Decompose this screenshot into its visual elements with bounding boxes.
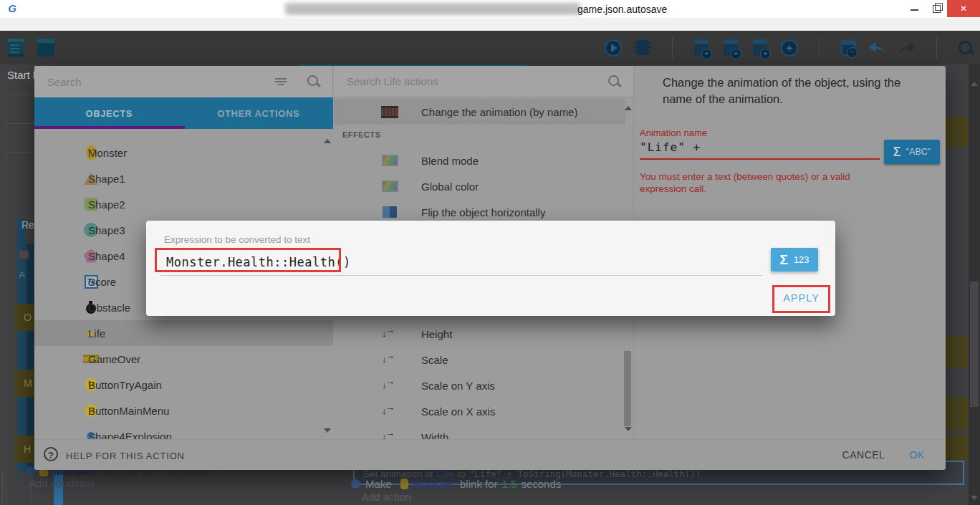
restore-icon[interactable] xyxy=(926,0,947,17)
object-list-item[interactable]: Shape2 xyxy=(34,191,333,217)
action-name: Global color xyxy=(421,181,479,193)
action-name: Scale on X axis xyxy=(421,405,495,418)
object-name: Shape3 xyxy=(88,224,125,236)
actions-search-input[interactable] xyxy=(334,75,607,87)
object-list-item[interactable]: Shape1 xyxy=(34,165,333,191)
app-window: Start P Re A O M H Monster has just been… xyxy=(0,0,980,505)
action-list-item[interactable]: Scale on X axis xyxy=(334,398,625,424)
search-icon[interactable] xyxy=(607,74,622,89)
scroll-up-icon[interactable] xyxy=(324,139,331,143)
events-scrollbar-thumb[interactable] xyxy=(970,282,979,407)
event-tree-line xyxy=(6,123,34,124)
actions-list-top: Change the animation (by name) xyxy=(334,99,625,125)
help-link[interactable]: HELP FOR THIS ACTION xyxy=(66,451,185,461)
object-name: ButtonTryAgain xyxy=(88,379,162,391)
add-event-icon[interactable] xyxy=(691,37,711,59)
action-list-item[interactable]: Global color xyxy=(334,173,625,199)
window-title: game.json.autosave xyxy=(577,4,667,15)
action-list-item[interactable]: Change the animation (by name) xyxy=(334,99,625,125)
scroll-down-icon[interactable] xyxy=(625,427,632,431)
open-expression-editor-button[interactable]: Σ "ABC" xyxy=(884,140,940,164)
object-list-item[interactable]: Life xyxy=(34,320,333,346)
toolbar-divider xyxy=(809,37,829,59)
expression-field-label: Expression to be converted to text xyxy=(164,234,310,245)
event-group-row xyxy=(946,117,969,147)
actions-search-box xyxy=(334,66,633,97)
preview-play-icon[interactable] xyxy=(603,37,623,59)
action-name: Scale xyxy=(421,354,448,366)
action-value: 1.5 xyxy=(502,478,517,490)
help-icon[interactable]: ? xyxy=(44,447,58,461)
blurred-file-path xyxy=(285,3,580,15)
toolbar-divider xyxy=(662,37,682,59)
annotation-box-apply xyxy=(772,285,830,313)
annotation-box-expression xyxy=(155,248,341,272)
debugger-icon[interactable] xyxy=(633,37,653,59)
add-comment-icon[interactable] xyxy=(750,37,770,59)
action-name: Blend mode xyxy=(421,155,479,167)
objects-tab-bar: OBJECTS OTHER ACTIONS xyxy=(34,97,333,129)
action-icon xyxy=(381,153,398,168)
tab-objects[interactable]: OBJECTS xyxy=(34,97,184,129)
event-group-row[interactable]: H xyxy=(14,436,34,463)
delete-event-icon[interactable] xyxy=(838,37,858,59)
object-name: Life xyxy=(88,327,105,340)
tab-other-actions[interactable]: OTHER ACTIONS xyxy=(184,97,334,129)
redo-icon[interactable] xyxy=(897,37,917,59)
ok-button[interactable]: OK xyxy=(903,449,931,461)
add-action-link[interactable]: Add action xyxy=(362,491,411,503)
add-condition-link[interactable]: Add condition xyxy=(29,477,94,489)
action-list-item[interactable]: Width xyxy=(334,424,625,439)
search-icon[interactable] xyxy=(307,74,321,89)
object-list-item[interactable]: Shape4Explosion xyxy=(34,423,333,439)
validation-error-text: You must enter a text (between quotes) o… xyxy=(640,170,887,195)
sigma-icon: Σ xyxy=(893,145,901,160)
actions-scrollbar-thumb[interactable] xyxy=(624,351,631,426)
search-events-icon[interactable] xyxy=(956,37,976,59)
clipped-event-text: H xyxy=(24,443,31,455)
actions-list-size: Height Scale Scale on Y axis Scale on X … xyxy=(334,321,625,439)
event-group-row[interactable]: M xyxy=(14,370,34,397)
object-name: Monster xyxy=(88,147,127,159)
action-list-item[interactable]: Blend mode xyxy=(334,148,625,173)
minimize-icon[interactable] xyxy=(904,0,926,17)
object-name: Shape1 xyxy=(88,173,125,185)
expression-type-label: "ABC" xyxy=(906,147,931,157)
action-icon xyxy=(381,205,398,219)
animation-name-input[interactable] xyxy=(640,140,880,160)
scroll-up-icon[interactable] xyxy=(625,106,632,110)
parameter-label: Animation name xyxy=(640,128,707,138)
action-list-item[interactable]: Scale on Y axis xyxy=(334,372,625,398)
scroll-down-icon[interactable] xyxy=(324,428,331,433)
action-list-item[interactable]: Height xyxy=(334,321,625,347)
blink-action-row[interactable]: Make Monster blink for 1.5 seconds xyxy=(351,476,852,491)
object-list-item[interactable]: Monster xyxy=(34,140,333,165)
toolbar-divider xyxy=(926,37,946,59)
cancel-button[interactable]: CANCEL xyxy=(837,449,890,461)
event-group-row[interactable]: O xyxy=(14,304,34,331)
toolbar-right-group: + xyxy=(603,31,976,64)
action-icon xyxy=(381,404,398,418)
action-list-item[interactable]: Scale xyxy=(334,347,625,372)
event-tree-line xyxy=(6,152,34,153)
expression-type-label: 123 xyxy=(794,254,810,265)
objects-search-input[interactable] xyxy=(34,76,275,88)
open-expression-builder-button[interactable]: Σ 123 xyxy=(771,248,818,271)
window-editor-icon[interactable] xyxy=(36,37,56,59)
action-icon xyxy=(381,430,398,439)
close-icon[interactable]: ✕ xyxy=(947,0,980,17)
clipped-event-text: A xyxy=(19,269,25,280)
filter-icon[interactable] xyxy=(275,77,287,86)
scroll-down-icon[interactable] xyxy=(971,496,978,500)
object-list-item[interactable]: ButtonMainMenu xyxy=(34,398,333,423)
action-object: Monster xyxy=(412,478,453,490)
add-subevent-icon[interactable] xyxy=(721,37,741,59)
add-circle-icon[interactable]: + xyxy=(779,37,799,59)
scroll-up-icon[interactable] xyxy=(971,82,978,86)
clipped-event-icon xyxy=(19,251,29,259)
object-list-item[interactable]: ButtonTryAgain xyxy=(34,372,333,398)
object-name: GameOver xyxy=(88,353,140,365)
scene-editor-icon[interactable] xyxy=(6,37,26,59)
object-list-item[interactable]: GameOver xyxy=(34,346,333,372)
undo-icon[interactable] xyxy=(868,37,888,59)
